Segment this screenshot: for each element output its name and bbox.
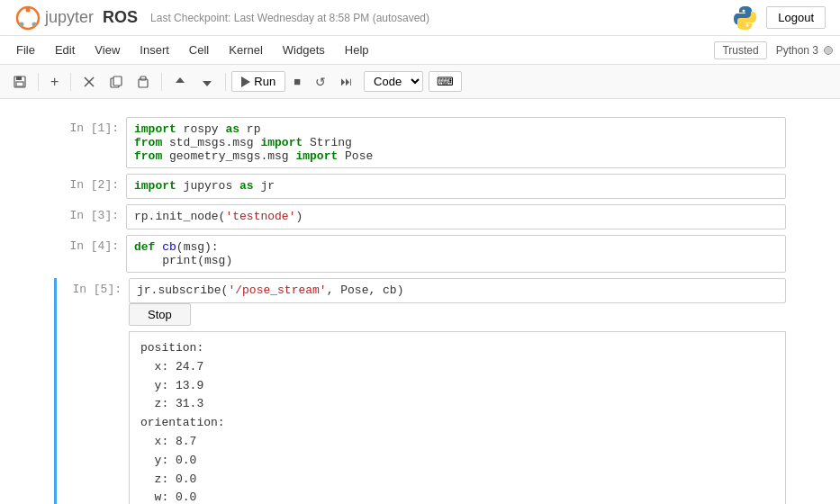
cell-3-input[interactable]: rp.init_node('testnode') [126, 204, 786, 230]
menu-kernel[interactable]: Kernel [220, 40, 272, 60]
cell-5-input[interactable]: jr.subscribe('/pose_stream', Pose, cb) [129, 278, 786, 303]
cell-1-label: In [1]: [54, 117, 126, 135]
kernel-name: Python 3 [776, 44, 818, 57]
save-button[interactable] [7, 72, 32, 92]
trusted-badge: Trusted [714, 41, 766, 59]
run-button[interactable]: Run [231, 71, 285, 92]
cell-5-content: In [5]: jr.subscribe('/pose_stream', Pos… [57, 278, 786, 504]
restart-icon: ↺ [315, 75, 326, 89]
cell-2-label: In [2]: [54, 174, 126, 192]
separator-1 [38, 73, 39, 91]
svg-rect-10 [113, 76, 122, 86]
copy-icon [110, 76, 122, 88]
cell-1-input[interactable]: import rospy as rp from std_msgs.msg imp… [126, 117, 786, 168]
output-area: Stop position: x: 24.7 y: 13.9 z: 31.3 o… [129, 303, 786, 504]
cell-3: In [3]: rp.init_node('testnode') [54, 204, 786, 230]
kernel-info: Python 3 [776, 44, 833, 57]
paste-icon [137, 76, 149, 88]
menu-help[interactable]: Help [336, 40, 378, 60]
svg-point-2 [32, 22, 37, 26]
menu-insert[interactable]: Insert [131, 40, 178, 60]
svg-point-1 [26, 7, 31, 12]
cell-type-select[interactable]: Code [364, 71, 423, 92]
cell-4-input[interactable]: def cb(msg): print(msg) [126, 235, 786, 273]
fast-forward-button[interactable]: ⏭ [334, 71, 358, 92]
jupyter-logo-icon [14, 4, 41, 32]
python-logo-icon [732, 4, 759, 32]
run-icon [241, 76, 250, 87]
menubar: File Edit View Insert Cell Kernel Widget… [0, 36, 840, 65]
move-down-button[interactable] [194, 72, 220, 92]
stop-icon: ■ [294, 75, 301, 88]
cell-4: In [4]: def cb(msg): print(msg) [54, 235, 786, 273]
cell-2: In [2]: import jupyros as jr [54, 174, 786, 199]
run-label: Run [254, 75, 275, 88]
stop-execution-button[interactable]: ■ [287, 71, 307, 92]
restart-button[interactable]: ↺ [309, 71, 332, 93]
cell-5-output: Stop position: x: 24.7 y: 13.9 z: 31.3 o… [57, 303, 786, 504]
menu-cell[interactable]: Cell [180, 40, 218, 60]
arrow-up-icon [174, 76, 186, 88]
cell-5-label: In [5]: [57, 278, 129, 296]
cell-2-input[interactable]: import jupyros as jr [126, 174, 786, 199]
stop-button[interactable]: Stop [129, 303, 191, 326]
cell-4-label: In [4]: [54, 235, 126, 253]
arrow-down-icon [201, 76, 213, 88]
keyboard-shortcuts-button[interactable]: ⌨ [429, 71, 462, 92]
keyboard-icon: ⌨ [437, 75, 454, 88]
fast-forward-icon: ⏭ [340, 75, 352, 88]
menu-widgets[interactable]: Widgets [274, 40, 334, 60]
cell-5-wrapper: In [5]: jr.subscribe('/pose_stream', Pos… [54, 278, 786, 504]
paste-button[interactable] [131, 72, 156, 92]
menu-edit[interactable]: Edit [46, 40, 84, 60]
save-icon [14, 76, 26, 88]
app-name: jupyter [45, 8, 94, 27]
checkpoint-info: Last Checkpoint: Last Wednesday at 8:58 … [150, 12, 732, 24]
cut-button[interactable] [77, 72, 102, 92]
kernel-status-icon [824, 46, 833, 55]
cell-3-label: In [3]: [54, 204, 126, 222]
logout-button[interactable]: Logout [766, 6, 826, 29]
svg-point-3 [20, 22, 24, 26]
separator-4 [225, 73, 226, 91]
svg-rect-5 [16, 76, 22, 80]
notebook-name[interactable]: ROS [103, 8, 138, 27]
move-up-button[interactable] [167, 72, 193, 92]
output-text-box: position: x: 24.7 y: 13.9 z: 31.3 orient… [129, 331, 786, 504]
cut-icon [83, 76, 95, 88]
menu-file[interactable]: File [7, 40, 44, 60]
svg-rect-6 [16, 82, 23, 86]
add-cell-button[interactable]: + [44, 70, 65, 94]
menu-view[interactable]: View [86, 40, 129, 60]
jupyter-logo: jupyter [14, 4, 94, 32]
copy-button[interactable] [104, 72, 129, 92]
separator-3 [161, 73, 162, 91]
notebook-container: In [1]: import rospy as rp from std_msgs… [0, 99, 840, 504]
header: jupyter ROS Last Checkpoint: Last Wednes… [0, 0, 840, 36]
separator-2 [70, 73, 71, 91]
cell-5-input-row: In [5]: jr.subscribe('/pose_stream', Pos… [57, 278, 786, 303]
toolbar: + Run ■ ↺ ⏭ Code ⌨ [0, 65, 840, 99]
plus-icon: + [50, 74, 59, 90]
svg-rect-12 [140, 76, 146, 80]
cell-1: In [1]: import rospy as rp from std_msgs… [54, 117, 786, 168]
